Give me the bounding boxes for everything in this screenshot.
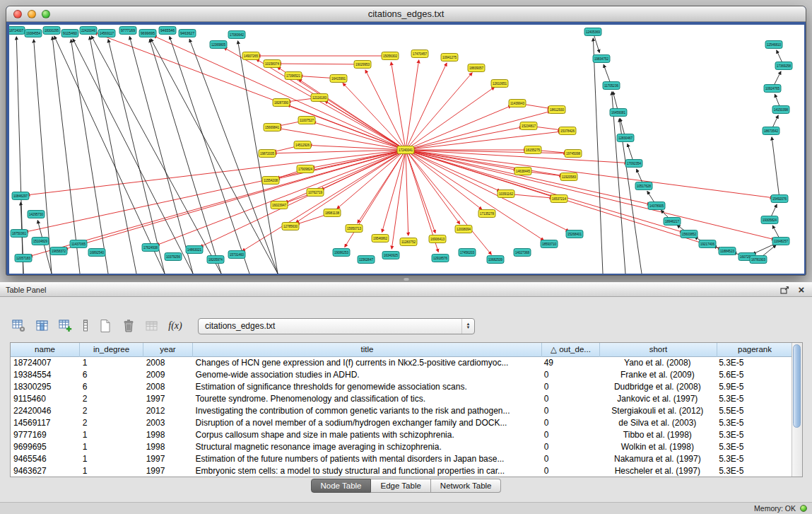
citation-edge-black[interactable]: [108, 40, 165, 274]
graph-node[interactable]: 9777169: [119, 27, 136, 35]
graph-node[interactable]: 16892540: [88, 249, 105, 257]
table-row[interactable]: 1938455462009Genome-wide association stu…: [11, 369, 792, 381]
graph-node[interactable]: 18205974: [207, 256, 224, 264]
graph-node[interactable]: 16906413: [429, 235, 446, 243]
graph-node[interactable]: 19086253: [333, 249, 350, 257]
graph-node[interactable]: 15492076: [771, 195, 788, 203]
graph-node[interactable]: 16781903: [750, 256, 767, 264]
citation-edge-black[interactable]: [54, 36, 165, 274]
graph-node[interactable]: 17135278: [478, 210, 495, 218]
import-table-icon[interactable]: [141, 316, 163, 336]
table-row[interactable]: 977716911998Corpus callosum shape and si…: [11, 429, 792, 441]
graph-node[interactable]: 17624938: [142, 244, 159, 252]
column-header-in_degree[interactable]: in_degree: [80, 343, 143, 357]
network-canvas[interactable]: 1615527515234817114399431261065118839057…: [9, 25, 804, 274]
graph-node[interactable]: 18724007: [9, 27, 25, 35]
graph-node[interactable]: 12008094: [455, 226, 472, 233]
graph-node[interactable]: 15104829: [32, 238, 49, 245]
graph-node[interactable]: 16537214: [551, 195, 567, 203]
citation-edge-red[interactable]: [406, 150, 628, 163]
show-columns-icon[interactable]: [32, 316, 53, 336]
tab-edge-table[interactable]: Edge Table: [371, 479, 430, 493]
graph-node[interactable]: 16415991: [330, 75, 347, 83]
graph-node[interactable]: 12546810: [765, 41, 782, 49]
column-header-short[interactable]: short: [600, 343, 717, 357]
graph-node[interactable]: 11554208: [262, 177, 279, 185]
graph-node[interactable]: 12830467: [617, 134, 634, 142]
graph-node[interactable]: 11439943: [509, 100, 526, 107]
citation-edge-red[interactable]: [94, 33, 406, 150]
scrollbar-thumb[interactable]: [793, 344, 801, 428]
graph-node[interactable]: 9115460: [61, 30, 78, 37]
new-table-icon[interactable]: [95, 316, 116, 336]
delete-table-icon[interactable]: [118, 316, 139, 336]
citation-edge-red[interactable]: [25, 150, 406, 232]
citation-edge-red[interactable]: [406, 111, 551, 150]
citation-edge-red[interactable]: [153, 36, 406, 150]
graph-node[interactable]: 11648257: [772, 238, 789, 245]
delete-column-icon[interactable]: [78, 316, 93, 336]
citation-edge-red[interactable]: [200, 150, 406, 247]
graph-node[interactable]: 12116183: [311, 94, 328, 102]
graph-node[interactable]: 17470457: [411, 50, 428, 58]
graph-node[interactable]: 10762719: [307, 189, 324, 197]
table-row[interactable]: 1830029562008Estimation of significance …: [11, 381, 792, 393]
citation-edge-red[interactable]: [313, 122, 406, 150]
citation-edge-red[interactable]: [406, 150, 491, 255]
graph-node[interactable]: 18287390: [273, 99, 290, 107]
citation-edge-black[interactable]: [150, 40, 221, 274]
citation-edge-red[interactable]: [156, 150, 406, 245]
graph-node[interactable]: 14378905: [648, 202, 665, 210]
graph-node[interactable]: 19384554: [25, 30, 42, 37]
table-row[interactable]: 2242004622012Investigating the contribut…: [11, 405, 792, 417]
graph-node[interactable]: 10379256: [165, 253, 182, 261]
graph-node[interactable]: 9463627: [179, 30, 196, 37]
citation-edge-black[interactable]: [593, 38, 603, 274]
graph-node[interactable]: 12369805: [210, 41, 227, 49]
graph-node[interactable]: 14512926: [294, 141, 311, 149]
minimize-window-icon[interactable]: [28, 10, 36, 18]
graph-node[interactable]: 18839057: [468, 64, 485, 72]
memory-status-icon[interactable]: [800, 505, 807, 512]
column-header-year[interactable]: year: [143, 343, 193, 357]
graph-node[interactable]: 10846297: [12, 192, 29, 200]
graph-node[interactable]: 11437065: [70, 240, 87, 248]
graph-node[interactable]: 12057183: [15, 255, 32, 262]
panel-resize-handle[interactable]: [404, 277, 409, 281]
table-options-icon[interactable]: [8, 316, 30, 336]
graph-node[interactable]: 11705236: [603, 82, 620, 90]
citation-edge-black[interactable]: [73, 39, 193, 274]
graph-node[interactable]: 19834752: [593, 55, 610, 63]
graph-node[interactable]: 19658372: [50, 247, 67, 255]
tab-node-table[interactable]: Node Table: [311, 479, 372, 493]
function-builder-icon[interactable]: f(x): [165, 316, 186, 336]
float-panel-icon[interactable]: [779, 285, 789, 295]
graph-node[interactable]: 15268401: [566, 230, 583, 238]
graph-node[interactable]: 17456203: [459, 249, 476, 257]
graph-node[interactable]: 10682539: [487, 256, 504, 264]
citation-edge-red[interactable]: [65, 150, 406, 249]
citation-edge-red[interactable]: [278, 64, 363, 64]
graph-node[interactable]: 18673542: [763, 127, 779, 135]
graph-node[interactable]: 10924765: [764, 85, 781, 93]
graph-node[interactable]: 18612930: [548, 106, 565, 114]
citation-edge-black[interactable]: [772, 137, 779, 199]
table-row[interactable]: 1456911722003Disruption of a novel membe…: [11, 417, 792, 429]
graph-node[interactable]: 19305824: [761, 216, 778, 224]
graph-node[interactable]: 15056302: [382, 52, 399, 60]
network-table-select[interactable]: citations_edges.txt ▲▼: [198, 318, 475, 334]
graph-node[interactable]: 15378426: [559, 127, 576, 135]
close-panel-icon[interactable]: ×: [796, 285, 806, 295]
column-header-title[interactable]: title: [193, 343, 542, 357]
citation-edge-black[interactable]: [20, 202, 23, 274]
graph-node[interactable]: 15603852: [681, 230, 698, 238]
graph-node[interactable]: 15669841: [264, 124, 281, 132]
graph-node[interactable]: 15234817: [520, 122, 537, 130]
zoom-window-icon[interactable]: [42, 10, 50, 18]
graph-node[interactable]: 11007527: [298, 117, 315, 124]
table-row[interactable]: 946554611997Estimation of the future num…: [11, 453, 792, 465]
graph-node[interactable]: 14295730: [28, 211, 45, 218]
citation-edge-black[interactable]: [170, 37, 249, 274]
citation-edge-red[interactable]: [285, 150, 406, 202]
citation-edge-black[interactable]: [71, 40, 108, 274]
